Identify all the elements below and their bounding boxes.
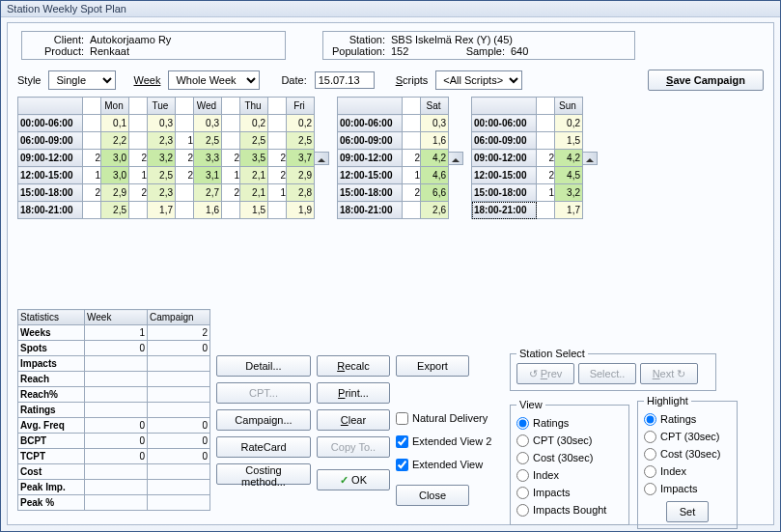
ratecard-button[interactable]: RateCard xyxy=(216,436,311,458)
print-button[interactable]: Print... xyxy=(317,382,390,404)
statistics-table: StatisticsWeekCampaign Weeks12 Spots00 I… xyxy=(17,309,210,511)
view-cpt[interactable]: CPT (30sec) xyxy=(516,432,623,449)
hl-cost[interactable]: Cost (30sec) xyxy=(644,445,731,462)
campaign-button[interactable]: Campaign... xyxy=(216,409,311,431)
view-ratings[interactable]: Ratings xyxy=(516,414,623,432)
hl-impacts[interactable]: Impacts xyxy=(644,480,731,497)
next-station-button[interactable]: Next ↻ xyxy=(640,363,698,384)
station-panel: Station:SBS Iskelmä Rex (Y) (45) Populat… xyxy=(322,31,635,60)
week-select[interactable]: Whole Week xyxy=(168,70,260,90)
view-impacts-bought[interactable]: Impacts Bought xyxy=(516,501,623,518)
detail-button[interactable]: Detail... xyxy=(216,355,311,377)
close-button[interactable]: Close xyxy=(396,485,469,506)
ok-button[interactable]: ✓ OK xyxy=(317,469,390,490)
sat-grid[interactable]: Sat 00:00-06:000,3 06:00-09:001,6 09:00-… xyxy=(337,97,449,219)
set-button[interactable]: Set xyxy=(666,501,709,522)
window-title: Station Weekly Spot Plan xyxy=(1,1,780,17)
sun-grid[interactable]: Sun 00:00-06:000,2 06:00-09:001,5 09:00-… xyxy=(471,97,583,219)
copyto-button[interactable]: Copy To.. xyxy=(317,436,390,458)
view-impacts[interactable]: Impacts xyxy=(516,484,623,501)
scrollbar[interactable] xyxy=(583,152,598,165)
extended-view-check[interactable]: Extended View xyxy=(396,456,502,473)
scrollbar[interactable] xyxy=(449,152,463,165)
hl-cpt[interactable]: CPT (30sec) xyxy=(644,428,731,445)
style-select[interactable]: Single xyxy=(48,70,116,90)
view-group: View Ratings CPT (30sec) Cost (30sec) In… xyxy=(510,399,629,525)
extended-view2-check[interactable]: Extended View 2 xyxy=(396,433,502,450)
costing-button[interactable]: Costing method... xyxy=(216,463,311,485)
prev-station-button[interactable]: ↺ Prev xyxy=(516,363,574,384)
station-select-group: Station Select ↺ Prev Select.. Next ↻ xyxy=(510,348,716,391)
highlight-group: Highlight Ratings CPT (30sec) Cost (30se… xyxy=(637,395,738,529)
select-station-button[interactable]: Select.. xyxy=(578,363,636,384)
natural-delivery-check[interactable]: Natural Delivery xyxy=(396,409,502,427)
clear-button[interactable]: Clear xyxy=(317,409,390,431)
export-button[interactable]: Export xyxy=(396,355,469,377)
date-input[interactable] xyxy=(315,71,375,89)
scripts-select[interactable]: <All Scripts> xyxy=(435,70,522,90)
hl-index[interactable]: Index xyxy=(644,462,731,480)
weekday-grid[interactable]: Mon Tue Wed Thu Fri 00:00-06:000,10,30,3… xyxy=(17,97,315,219)
recalc-button[interactable]: Recalc xyxy=(317,355,390,377)
client-panel: Client:Autokorjaamo Ry Product:Renkaat xyxy=(21,31,286,60)
cpt-button[interactable]: CPT... xyxy=(216,382,311,404)
view-cost[interactable]: Cost (30sec) xyxy=(516,449,623,466)
view-index[interactable]: Index xyxy=(516,466,623,484)
hl-ratings[interactable]: Ratings xyxy=(644,410,731,428)
scrollbar[interactable] xyxy=(315,152,329,165)
save-campaign-button[interactable]: Save Campaign xyxy=(648,70,764,91)
